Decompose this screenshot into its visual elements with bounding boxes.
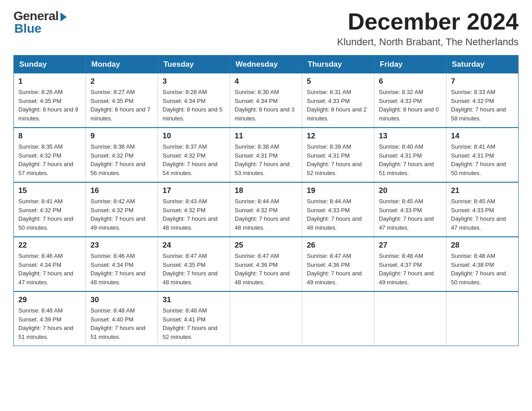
day-number: 1 xyxy=(18,77,81,86)
calendar-cell: 30 Sunrise: 8:48 AMSunset: 4:40 PMDaylig… xyxy=(86,291,158,346)
calendar-cell: 16 Sunrise: 8:42 AMSunset: 4:32 PMDaylig… xyxy=(86,182,158,237)
day-number: 8 xyxy=(18,132,81,141)
day-number: 21 xyxy=(451,186,514,195)
week-row-1: 1 Sunrise: 8:26 AMSunset: 4:35 PMDayligh… xyxy=(14,73,519,128)
day-info: Sunrise: 8:47 AMSunset: 4:36 PMDaylight:… xyxy=(307,253,362,286)
day-info: Sunrise: 8:42 AMSunset: 4:32 PMDaylight:… xyxy=(90,198,146,231)
day-number: 24 xyxy=(163,241,225,250)
day-number: 15 xyxy=(18,186,81,195)
calendar-cell: 10 Sunrise: 8:37 AMSunset: 4:32 PMDaylig… xyxy=(158,128,230,182)
calendar-cell xyxy=(446,291,519,346)
day-info: Sunrise: 8:40 AMSunset: 4:31 PMDaylight:… xyxy=(379,143,434,176)
day-info: Sunrise: 8:39 AMSunset: 4:31 PMDaylight:… xyxy=(307,143,362,176)
calendar-table: SundayMondayTuesdayWednesdayThursdayFrid… xyxy=(13,55,519,346)
day-info: Sunrise: 8:45 AMSunset: 4:33 PMDaylight:… xyxy=(379,198,434,231)
logo-arrow-icon xyxy=(60,13,67,21)
calendar-cell: 24 Sunrise: 8:47 AMSunset: 4:35 PMDaylig… xyxy=(158,237,230,291)
day-number: 5 xyxy=(307,77,369,86)
calendar-cell: 20 Sunrise: 8:45 AMSunset: 4:33 PMDaylig… xyxy=(374,182,446,237)
calendar-cell xyxy=(230,291,302,346)
day-info: Sunrise: 8:26 AMSunset: 4:35 PMDaylight:… xyxy=(18,89,78,122)
day-number: 20 xyxy=(379,186,442,195)
header-sunday: Sunday xyxy=(14,56,86,74)
logo-blue-text: Blue xyxy=(14,21,42,36)
header-wednesday: Wednesday xyxy=(230,56,302,74)
day-info: Sunrise: 8:44 AMSunset: 4:32 PMDaylight:… xyxy=(235,198,290,231)
header-tuesday: Tuesday xyxy=(158,56,230,74)
calendar-cell: 19 Sunrise: 8:44 AMSunset: 4:33 PMDaylig… xyxy=(302,182,374,237)
day-number: 29 xyxy=(18,295,81,304)
calendar-cell: 1 Sunrise: 8:26 AMSunset: 4:35 PMDayligh… xyxy=(14,73,86,128)
day-info: Sunrise: 8:43 AMSunset: 4:32 PMDaylight:… xyxy=(163,198,218,231)
calendar-cell: 17 Sunrise: 8:43 AMSunset: 4:32 PMDaylig… xyxy=(158,182,230,237)
header-thursday: Thursday xyxy=(302,56,374,74)
day-info: Sunrise: 8:41 AMSunset: 4:31 PMDaylight:… xyxy=(451,143,506,176)
calendar-cell: 3 Sunrise: 8:28 AMSunset: 4:34 PMDayligh… xyxy=(158,73,230,128)
day-info: Sunrise: 8:44 AMSunset: 4:33 PMDaylight:… xyxy=(307,198,362,231)
calendar-cell: 13 Sunrise: 8:40 AMSunset: 4:31 PMDaylig… xyxy=(374,128,446,182)
day-number: 28 xyxy=(451,241,514,250)
calendar-cell: 6 Sunrise: 8:32 AMSunset: 4:33 PMDayligh… xyxy=(374,73,446,128)
calendar-cell: 23 Sunrise: 8:46 AMSunset: 4:34 PMDaylig… xyxy=(86,237,158,291)
day-info: Sunrise: 8:48 AMSunset: 4:40 PMDaylight:… xyxy=(90,307,146,340)
day-number: 22 xyxy=(18,241,81,250)
day-number: 13 xyxy=(379,132,442,141)
day-number: 10 xyxy=(163,132,225,141)
calendar-cell: 21 Sunrise: 8:45 AMSunset: 4:33 PMDaylig… xyxy=(446,182,519,237)
header-saturday: Saturday xyxy=(446,56,519,74)
header-monday: Monday xyxy=(86,56,158,74)
day-number: 4 xyxy=(235,77,297,86)
title-section: December 2024 Klundert, North Brabant, T… xyxy=(337,9,519,48)
day-info: Sunrise: 8:47 AMSunset: 4:35 PMDaylight:… xyxy=(163,253,218,286)
day-info: Sunrise: 8:46 AMSunset: 4:34 PMDaylight:… xyxy=(18,253,73,286)
day-info: Sunrise: 8:47 AMSunset: 4:36 PMDaylight:… xyxy=(235,253,290,286)
weekday-header-row: SundayMondayTuesdayWednesdayThursdayFrid… xyxy=(14,56,519,74)
day-info: Sunrise: 8:28 AMSunset: 4:34 PMDaylight:… xyxy=(163,89,223,122)
day-number: 12 xyxy=(307,132,369,141)
calendar-cell: 31 Sunrise: 8:48 AMSunset: 4:41 PMDaylig… xyxy=(158,291,230,346)
calendar-cell: 28 Sunrise: 8:48 AMSunset: 4:38 PMDaylig… xyxy=(446,237,519,291)
day-info: Sunrise: 8:35 AMSunset: 4:32 PMDaylight:… xyxy=(18,143,73,176)
day-info: Sunrise: 8:33 AMSunset: 4:32 PMDaylight:… xyxy=(451,89,506,122)
calendar-cell: 12 Sunrise: 8:39 AMSunset: 4:31 PMDaylig… xyxy=(302,128,374,182)
calendar-cell xyxy=(302,291,374,346)
week-row-5: 29 Sunrise: 8:48 AMSunset: 4:39 PMDaylig… xyxy=(14,291,519,346)
day-number: 14 xyxy=(451,132,514,141)
header-friday: Friday xyxy=(374,56,446,74)
day-info: Sunrise: 8:38 AMSunset: 4:31 PMDaylight:… xyxy=(235,143,290,176)
day-number: 7 xyxy=(451,77,514,86)
page-header: General Blue December 2024 Klundert, Nor… xyxy=(13,9,519,48)
day-number: 19 xyxy=(307,186,369,195)
day-number: 2 xyxy=(90,77,153,86)
calendar-cell: 8 Sunrise: 8:35 AMSunset: 4:32 PMDayligh… xyxy=(14,128,86,182)
day-number: 17 xyxy=(163,186,225,195)
day-info: Sunrise: 8:36 AMSunset: 4:32 PMDaylight:… xyxy=(90,143,146,176)
calendar-cell: 11 Sunrise: 8:38 AMSunset: 4:31 PMDaylig… xyxy=(230,128,302,182)
calendar-cell: 2 Sunrise: 8:27 AMSunset: 4:35 PMDayligh… xyxy=(86,73,158,128)
day-info: Sunrise: 8:48 AMSunset: 4:37 PMDaylight:… xyxy=(379,253,434,286)
calendar-cell: 7 Sunrise: 8:33 AMSunset: 4:32 PMDayligh… xyxy=(446,73,519,128)
day-number: 3 xyxy=(163,77,225,86)
calendar-cell: 26 Sunrise: 8:47 AMSunset: 4:36 PMDaylig… xyxy=(302,237,374,291)
day-number: 18 xyxy=(235,186,297,195)
day-number: 16 xyxy=(90,186,153,195)
day-info: Sunrise: 8:48 AMSunset: 4:39 PMDaylight:… xyxy=(18,307,73,340)
calendar-cell: 18 Sunrise: 8:44 AMSunset: 4:32 PMDaylig… xyxy=(230,182,302,237)
week-row-4: 22 Sunrise: 8:46 AMSunset: 4:34 PMDaylig… xyxy=(14,237,519,291)
day-info: Sunrise: 8:48 AMSunset: 4:38 PMDaylight:… xyxy=(451,253,506,286)
day-number: 6 xyxy=(379,77,442,86)
day-info: Sunrise: 8:46 AMSunset: 4:34 PMDaylight:… xyxy=(90,253,146,286)
location-subtitle: Klundert, North Brabant, The Netherlands xyxy=(337,36,519,48)
day-info: Sunrise: 8:32 AMSunset: 4:33 PMDaylight:… xyxy=(379,89,439,122)
calendar-cell: 9 Sunrise: 8:36 AMSunset: 4:32 PMDayligh… xyxy=(86,128,158,182)
week-row-2: 8 Sunrise: 8:35 AMSunset: 4:32 PMDayligh… xyxy=(14,128,519,182)
calendar-cell: 25 Sunrise: 8:47 AMSunset: 4:36 PMDaylig… xyxy=(230,237,302,291)
day-info: Sunrise: 8:41 AMSunset: 4:32 PMDaylight:… xyxy=(18,198,73,231)
day-number: 9 xyxy=(90,132,153,141)
day-info: Sunrise: 8:30 AMSunset: 4:34 PMDaylight:… xyxy=(235,89,295,122)
day-number: 26 xyxy=(307,241,369,250)
day-info: Sunrise: 8:48 AMSunset: 4:41 PMDaylight:… xyxy=(163,307,218,340)
calendar-cell: 4 Sunrise: 8:30 AMSunset: 4:34 PMDayligh… xyxy=(230,73,302,128)
calendar-cell: 29 Sunrise: 8:48 AMSunset: 4:39 PMDaylig… xyxy=(14,291,86,346)
day-number: 25 xyxy=(235,241,297,250)
